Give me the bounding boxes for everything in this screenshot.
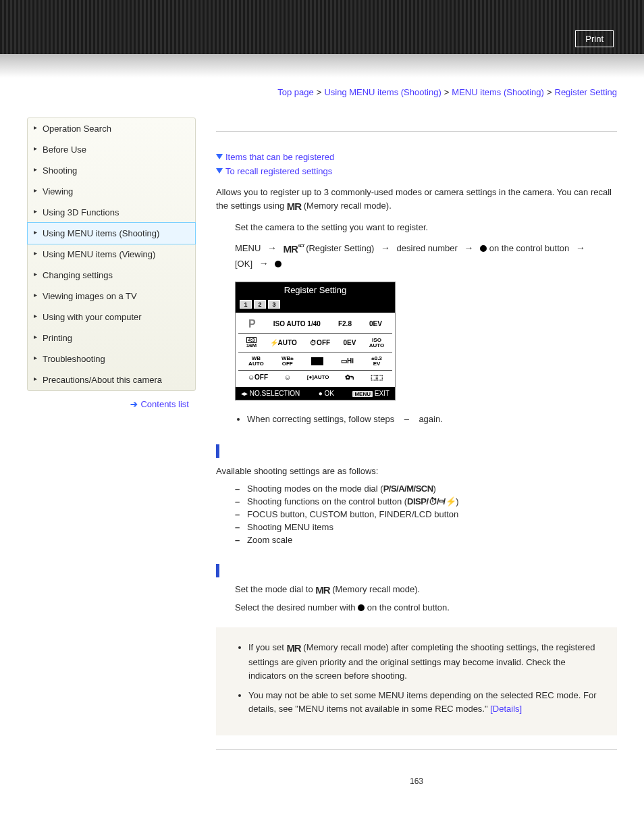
sidebar: Operation SearchBefore UseShootingViewin… xyxy=(27,118,196,391)
list-item: Zoom scale xyxy=(235,535,617,545)
center-button-icon xyxy=(480,245,487,252)
details-link[interactable]: [Details] xyxy=(490,704,522,714)
main-content: Items that can be registered To recall r… xyxy=(196,118,617,786)
center-button-icon xyxy=(358,604,365,611)
items-list: Shooting modes on the mode dial (P/S/A/M… xyxy=(235,484,617,545)
list-item: FOCUS button, CUSTOM button, FINDER/LCD … xyxy=(235,509,617,519)
list-item: Shooting modes on the mode dial (P/S/A/M… xyxy=(235,484,617,494)
screenshot-row-3: WBAUTO WB±OFF ▭Hi ±0.3EV xyxy=(238,353,392,371)
sidebar-item[interactable]: Using 3D Functions xyxy=(28,202,195,223)
list-item: Set the mode dial to MR (Memory recall m… xyxy=(235,584,617,596)
breadcrumb-a[interactable]: Using MENU items (Shooting) xyxy=(324,87,441,97)
step-1: Set the camera to the setting you want t… xyxy=(235,221,617,234)
notes-box: If you set MR (Memory recall mode) after… xyxy=(216,627,617,736)
mr-icon: MR xyxy=(287,201,301,212)
sidebar-item[interactable]: Precautions/About this camera xyxy=(28,369,195,390)
triangle-down-icon xyxy=(216,154,223,159)
section-recall: Set the mode dial to MR (Memory recall m… xyxy=(216,564,617,613)
sidebar-item[interactable]: Viewing images on a TV xyxy=(28,286,195,307)
screenshot-title: Register Setting xyxy=(236,282,395,298)
sidebar-item[interactable]: Using MENU items (Viewing) xyxy=(28,244,195,265)
breadcrumb-top[interactable]: Top page xyxy=(277,87,314,97)
screenshot-tabs: 1 2 3 xyxy=(236,298,395,313)
breadcrumb-b[interactable]: MENU items (Shooting) xyxy=(452,87,544,97)
page-number: 163 xyxy=(216,777,617,786)
intro-paragraph: Allows you to register up to 3 commonly-… xyxy=(216,186,617,214)
screenshot-tab-1: 1 xyxy=(240,300,252,309)
sidebar-item[interactable]: Using MENU items (Shooting) xyxy=(28,223,195,244)
mr-icon: MR xyxy=(315,584,329,596)
list-item: Select the desired number with on the co… xyxy=(235,602,617,613)
screenshot-footer: ◂▸ NO.SELECTION ● OK MENU EXIT xyxy=(236,387,395,400)
sidebar-item[interactable]: Operation Search xyxy=(28,118,195,139)
heading-bar-icon xyxy=(216,564,219,577)
arrow-right-icon: → xyxy=(464,241,473,255)
center-button-icon xyxy=(275,261,281,267)
arrow-right-icon: → xyxy=(576,241,585,255)
control-button-icons: DISP/⏱/▭/⚡ xyxy=(407,496,456,506)
mr-icon: MR xyxy=(286,642,300,654)
screenshot-row-1: P ISO AUTO 1/40 F2.8 0EV xyxy=(238,315,392,334)
correcting-note: When correcting settings, follow steps –… xyxy=(235,414,617,424)
mode-dial-icons: P/S/A/M/SCN xyxy=(383,484,433,494)
header-banner: Print xyxy=(0,0,644,54)
arrow-right-icon: → xyxy=(381,241,390,255)
note-item: You may not be able to set some MENU ite… xyxy=(248,689,605,715)
items-lead: Available shooting settings are as follo… xyxy=(216,465,617,478)
arrow-right-icon: ➔ xyxy=(130,399,138,409)
print-button[interactable]: Print xyxy=(575,30,614,47)
sidebar-item[interactable]: Viewing xyxy=(28,181,195,202)
screenshot-tab-2: 2 xyxy=(254,300,266,309)
sidebar-list: Operation SearchBefore UseShootingViewin… xyxy=(28,118,195,390)
heading-bar-icon xyxy=(216,444,219,458)
sidebar-item[interactable]: Printing xyxy=(28,328,195,348)
list-item: Shooting functions on the control button… xyxy=(235,496,617,506)
contents-list-wrap: ➔Contents list xyxy=(27,391,196,417)
screenshot-tab-3: 3 xyxy=(268,300,280,309)
mr-set-icon: MR xyxy=(284,243,304,255)
sidebar-item[interactable]: Shooting xyxy=(28,160,195,181)
triangle-down-icon xyxy=(216,168,223,174)
screenshot-row-2: 4:316M ⚡AUTO ⏱OFF 0EV ISOAUTO xyxy=(238,334,392,353)
arrow-right-icon: → xyxy=(259,257,269,271)
list-item: Shooting MENU items xyxy=(235,522,617,532)
divider-bottom xyxy=(216,749,617,750)
anchor-recall[interactable]: To recall registered settings xyxy=(225,166,332,176)
section-items-registered: Available shooting settings are as follo… xyxy=(216,444,617,545)
banner-shadow xyxy=(0,54,644,78)
anchor-items[interactable]: Items that can be registered xyxy=(225,152,334,162)
recall-steps: Set the mode dial to MR (Memory recall m… xyxy=(235,584,617,613)
screenshot-row-4: ☺OFF ☺ [●]AUTO ✿רּ ⬚⬚ xyxy=(238,371,392,384)
breadcrumb-current[interactable]: Register Setting xyxy=(555,87,618,97)
breadcrumb: Top page>Using MENU items (Shooting)>MEN… xyxy=(0,78,644,118)
sidebar-item[interactable]: Using with your computer xyxy=(28,307,195,328)
step-2: MENU → MR (Register Setting) → desired n… xyxy=(235,241,617,271)
contents-list-link[interactable]: Contents list xyxy=(140,399,189,409)
divider-top xyxy=(216,131,617,132)
sidebar-item[interactable]: Before Use xyxy=(28,139,195,160)
sidebar-item[interactable]: Changing settings xyxy=(28,265,195,286)
sidebar-item[interactable]: Troubleshooting xyxy=(28,348,195,369)
anchor-list: Items that can be registered To recall r… xyxy=(216,152,617,176)
register-setting-screenshot: Register Setting 1 2 3 P ISO AUTO 1/40 F… xyxy=(235,282,396,400)
screenshot-body: P ISO AUTO 1/40 F2.8 0EV 4:316M ⚡AUTO ⏱O… xyxy=(236,313,395,387)
arrow-right-icon: → xyxy=(267,241,277,255)
note-item: If you set MR (Memory recall mode) after… xyxy=(248,641,605,683)
